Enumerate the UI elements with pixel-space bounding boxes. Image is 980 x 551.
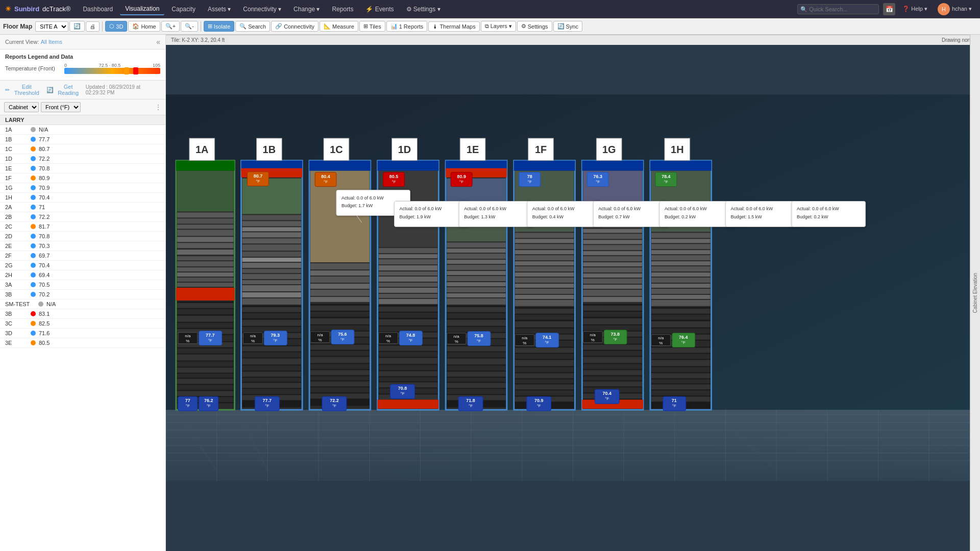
temp-scale-bar <box>64 68 160 74</box>
thermal-maps-button[interactable]: 🌡 Thermal Maps <box>428 21 479 32</box>
rack-visualization[interactable]: 1A 77 °F 76.2 °F n/a % 77.7 °F <box>166 35 970 541</box>
connectivity-button[interactable]: 🔗 Connectivity <box>271 21 318 32</box>
reports-button[interactable]: 📊 1 Reports <box>386 21 428 32</box>
svg-text:71: 71 <box>672 398 677 403</box>
svg-rect-364 <box>651 321 710 328</box>
3d-button[interactable]: ⬡ 3D <box>105 21 127 32</box>
cabinet-item-3a[interactable]: 3A 70.5 <box>0 280 165 290</box>
cabinet-val-2g: 70.4 <box>39 262 50 268</box>
cabinet-item-3c[interactable]: 3B 83.1 <box>0 309 165 319</box>
nav-connectivity[interactable]: Connectivity ▾ <box>238 4 286 15</box>
svg-rect-52 <box>177 368 234 373</box>
user-menu[interactable]: H hchan ▾ <box>935 2 975 16</box>
svg-text:75.6: 75.6 <box>338 332 347 337</box>
cabinet-item-2h[interactable]: 2H 69.4 <box>0 270 165 280</box>
cabinet-item-1e[interactable]: 1E 70.8 <box>0 164 165 173</box>
nav-visualization[interactable]: Visualization <box>120 3 164 15</box>
cabinet-item-2b[interactable]: 2B 72.2 <box>0 212 165 222</box>
svg-text:°F: °F <box>545 340 549 345</box>
rack-1g[interactable]: 1G 76.3 °F n/a % 73.8 °F 70.4 °F <box>582 138 643 410</box>
svg-rect-77 <box>242 221 302 226</box>
edit-threshold-button[interactable]: ✏ Edit Threshold <box>5 84 42 96</box>
nav-settings[interactable]: ⚙ Settings ▾ <box>401 4 446 15</box>
zoom-out-button[interactable]: 🔍- <box>181 21 198 32</box>
layers-button[interactable]: ⧉ Layers ▾ <box>481 21 516 32</box>
cabinet-item-3d[interactable]: 3C 82.5 <box>0 319 165 329</box>
nav-dashboard[interactable]: Dashboard <box>78 4 118 15</box>
tiles-button[interactable]: ⊞ Tiles <box>359 21 385 32</box>
isolate-label: Isolate <box>214 23 230 30</box>
cabinet-item-1g[interactable]: 1G 70.9 <box>0 183 165 193</box>
rack-1a[interactable]: 1A 77 °F 76.2 °F n/a % 77.7 °F <box>176 138 235 411</box>
help-button[interactable]: ❓ Help ▾ <box>899 5 930 13</box>
calendar-icon[interactable]: 📅 <box>883 3 895 15</box>
panel-collapse-button[interactable]: « <box>156 38 160 46</box>
edit-threshold-icon: ✏ <box>5 87 10 93</box>
cabinet-type-selector[interactable]: Cabinet <box>4 102 39 112</box>
refresh-button[interactable]: 🔄 <box>69 21 85 32</box>
svg-text:Actual: 0.0 of 6.0 kW: Actual: 0.0 of 6.0 kW <box>730 206 773 211</box>
measure-button[interactable]: 📐 Measure <box>320 21 358 32</box>
svg-rect-265 <box>515 295 574 299</box>
site-selector[interactable]: SITE A <box>35 21 68 32</box>
svg-text:%: % <box>591 338 595 342</box>
sync-button[interactable]: 🔄 Sync <box>553 21 582 32</box>
svg-rect-276 <box>515 360 574 366</box>
svg-rect-176 <box>379 319 438 325</box>
rack-1f[interactable]: 1F 78 °F n/a % 74.1 °F 70.9 °F <box>514 138 575 411</box>
cabinet-item-2e[interactable]: 2E 70.3 <box>0 241 165 251</box>
svg-text:77: 77 <box>185 398 190 403</box>
svg-text:°F: °F <box>605 396 609 401</box>
svg-rect-374 <box>651 384 710 389</box>
print-button[interactable]: 🖨 <box>86 21 100 32</box>
cabinet-item-3b[interactable]: 3B 70.2 <box>0 290 165 299</box>
cabinet-more-icon[interactable]: ⋮ <box>155 104 161 111</box>
svg-rect-281 <box>515 390 574 395</box>
svg-rect-216 <box>447 276 506 281</box>
cabinet-item-1f[interactable]: 1F 80.9 <box>0 173 165 183</box>
cabinet-item-1h[interactable]: 1H 70.4 <box>0 193 165 203</box>
rack-1e[interactable]: 1E 80.9 °F n/a % 75.8 °F 71.8 °F <box>446 138 507 411</box>
nav-capacity[interactable]: Capacity <box>166 4 201 15</box>
cabinet-item-1c[interactable]: 1C 80.7 <box>0 144 165 154</box>
svg-rect-348 <box>651 233 710 238</box>
nav-reports[interactable]: Reports <box>327 4 358 15</box>
svg-rect-42 <box>177 303 234 308</box>
sensor-selector[interactable]: Front (°F) <box>41 102 81 112</box>
home-button[interactable]: 🏠 Home <box>128 21 160 32</box>
svg-text:76.3: 76.3 <box>594 174 602 179</box>
nav-events[interactable]: ⚡ Events <box>360 4 399 15</box>
quick-search-input[interactable] <box>797 4 879 14</box>
cabinet-item-2f[interactable]: 2F 69.7 <box>0 251 165 261</box>
cabinet-item-3f[interactable]: 3E 80.5 <box>0 338 165 348</box>
nav-assets[interactable]: Assets ▾ <box>203 4 236 15</box>
svg-text:74.1: 74.1 <box>543 335 551 340</box>
search-toolbar-button[interactable]: 🔍 Search <box>235 21 270 32</box>
rack-1b[interactable]: 1B 80.7 °F n/a % 79.3 °F 77.7 °F <box>241 138 303 411</box>
cabinet-id-3e: 3D <box>5 330 31 336</box>
svg-rect-351 <box>651 250 710 254</box>
svg-rect-209 <box>447 226 506 241</box>
zoom-in-button[interactable]: 🔍+ <box>161 21 180 32</box>
cabinet-item-2g[interactable]: 2G 70.4 <box>0 261 165 270</box>
cabinet-item-sm-test[interactable]: SM-TEST N/A <box>0 299 165 309</box>
rack-1h[interactable]: 1H 78.4 °F n/a % 76.4 °F 71 °F <box>650 138 712 411</box>
rack-1c[interactable]: 1C 80.4 °F n/a % 75.6 °F 72.2 °F <box>309 138 371 411</box>
svg-rect-85 <box>242 269 302 273</box>
get-reading-button[interactable]: 🔄 Get Reading <box>46 84 82 96</box>
rack-1d[interactable]: 1D 80.5 °F n/a % 74.8 °F 70.8 °F <box>378 138 439 410</box>
svg-rect-257 <box>515 250 574 254</box>
cabinet-dot-2d <box>31 234 36 239</box>
cabinet-item-1a[interactable]: 1A N/A <box>0 125 165 135</box>
cabinet-item-1d[interactable]: 1D 72.2 <box>0 154 165 164</box>
cabinet-item-2d[interactable]: 2D 70.8 <box>0 232 165 241</box>
cabinet-item-2c[interactable]: 2C 81.7 <box>0 222 165 232</box>
nav-change[interactable]: Change ▾ <box>288 4 325 15</box>
cabinet-item-1b[interactable]: 1B 77.7 <box>0 135 165 144</box>
svg-text:Budget: 1.5 kW: Budget: 1.5 kW <box>730 214 762 219</box>
cabinet-item-3e[interactable]: 3D 71.6 <box>0 329 165 338</box>
settings-button[interactable]: ⚙ Settings <box>517 21 552 32</box>
3d-viewport[interactable]: Cabinet Elevation <box>166 35 980 551</box>
cabinet-item-2a[interactable]: 2A 71 <box>0 203 165 212</box>
isolate-button[interactable]: ⊞ Isolate <box>204 21 234 32</box>
